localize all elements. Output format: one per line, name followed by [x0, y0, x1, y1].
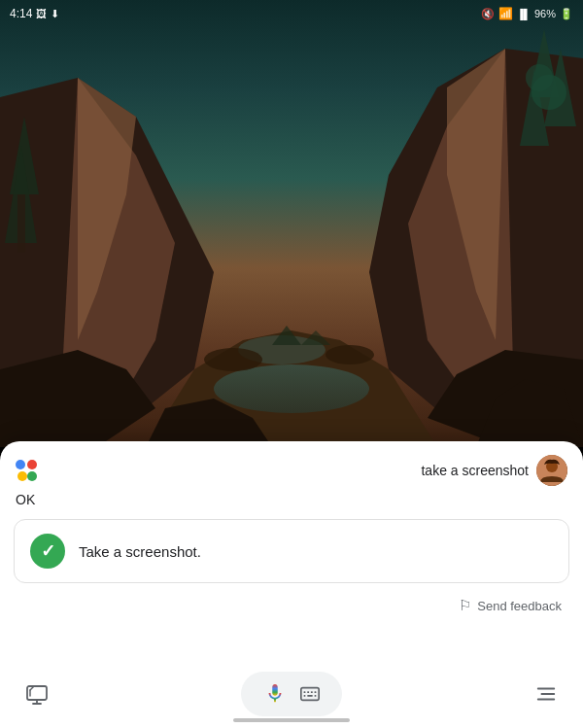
svg-rect-34	[304, 695, 306, 697]
send-feedback-button[interactable]: ⚐ Send feedback	[453, 593, 567, 618]
dot-blue	[16, 460, 25, 469]
svg-rect-35	[307, 695, 313, 697]
feedback-label: Send feedback	[477, 599, 562, 613]
wifi-icon: 📶	[498, 7, 513, 20]
user-avatar[interactable]	[536, 455, 567, 486]
svg-rect-29	[301, 688, 319, 701]
lens-icon[interactable]	[19, 676, 54, 711]
status-right: 🔇 📶 ▐▌ 96% 🔋	[481, 7, 573, 20]
card-text: Take a screenshot.	[79, 543, 201, 560]
check-icon	[30, 534, 65, 569]
feedback-row: ⚐ Send feedback	[0, 587, 583, 620]
svg-rect-12	[17, 194, 25, 253]
home-indicator	[233, 718, 350, 722]
screenshot-card: Take a screenshot.	[14, 519, 569, 583]
mute-icon: 🔇	[481, 8, 495, 20]
assistant-header: take a screenshot	[0, 441, 583, 490]
dot-red	[27, 460, 37, 469]
svg-rect-33	[315, 691, 317, 693]
mic-container	[241, 672, 342, 716]
photo-icon: 🖼	[36, 8, 47, 19]
svg-rect-36	[315, 695, 317, 697]
download-icon: ⬇	[51, 8, 59, 20]
wallpaper	[0, 0, 583, 447]
google-logo	[16, 460, 37, 481]
status-bar: 4:14 🖼 ⬇ 🔇 📶 ▐▌ 96% 🔋	[0, 0, 583, 27]
menu-icon[interactable]	[529, 676, 564, 711]
keyboard-button[interactable]	[297, 681, 323, 707]
time-text: 4:14	[10, 7, 32, 20]
battery-icon: 🔋	[560, 8, 573, 20]
query-text: take a screenshot	[421, 463, 529, 478]
svg-point-22	[204, 348, 262, 371]
wallpaper-svg	[0, 0, 583, 447]
svg-rect-31	[307, 691, 309, 693]
svg-point-8	[214, 364, 369, 413]
query-area: take a screenshot	[421, 455, 567, 486]
svg-point-23	[326, 345, 374, 364]
ok-text: OK	[0, 490, 583, 515]
dot-yellow	[17, 471, 27, 481]
status-left: 4:14 🖼 ⬇	[10, 7, 59, 20]
svg-rect-30	[304, 691, 306, 693]
google-logo-dots	[16, 460, 37, 481]
feedback-icon: ⚐	[459, 597, 471, 614]
svg-rect-32	[311, 691, 313, 693]
dot-green	[27, 471, 37, 481]
mic-button[interactable]	[260, 679, 290, 709]
svg-point-17	[526, 64, 553, 91]
assistant-panel: take a screenshot OK Take a screenshot. …	[0, 441, 583, 728]
signal-icon: ▐▌	[517, 9, 531, 19]
battery-text: 96%	[534, 8, 556, 19]
